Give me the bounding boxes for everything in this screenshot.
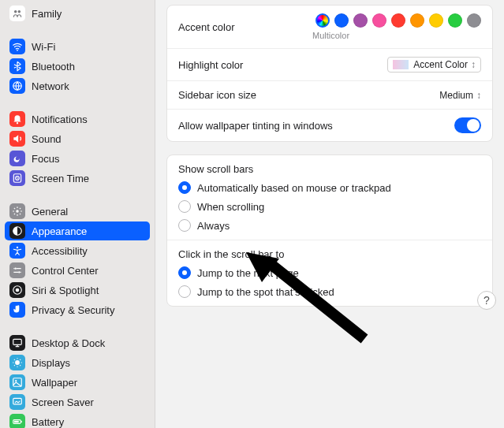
- appearance-icon: [9, 223, 25, 239]
- click-scroll-bar-block: Click in the scroll bar to Jump to the n…: [167, 240, 492, 306]
- sidebar-item-wallpaper[interactable]: Wallpaper: [5, 373, 150, 392]
- svg-point-7: [16, 210, 19, 213]
- sidebar-item-label: Accessibility: [32, 245, 88, 257]
- show-scroll-bars-option-label: Automatically based on mouse or trackpad: [197, 182, 391, 194]
- siri-icon: [9, 282, 25, 298]
- sidebar-item-label: Desktop & Dock: [32, 337, 105, 349]
- help-button[interactable]: ?: [477, 291, 496, 310]
- accent-color-swatches: [315, 13, 481, 28]
- highlight-color-popup[interactable]: Accent Color ↕: [387, 57, 481, 73]
- bell-icon: [9, 111, 25, 127]
- hand-icon: [9, 302, 25, 318]
- accent-swatch[interactable]: [334, 13, 349, 28]
- sidebar-item-bluetooth[interactable]: Bluetooth: [5, 57, 150, 76]
- sidebar-item-general[interactable]: General: [5, 202, 150, 221]
- highlight-color-label: Highlight color: [178, 59, 243, 71]
- sidebar-icon-size-popup[interactable]: Medium↕: [439, 90, 481, 101]
- sidebar-item-label: Appearance: [32, 225, 87, 237]
- accent-swatch[interactable]: [353, 13, 368, 28]
- sidebar-item-label: Battery: [32, 416, 64, 428]
- svg-point-1: [18, 10, 21, 13]
- svg-point-17: [15, 380, 17, 381]
- accent-swatch[interactable]: [315, 13, 330, 28]
- chevron-updown-icon: ↕: [476, 90, 481, 101]
- sound-icon: [9, 131, 25, 147]
- radio-icon: [178, 285, 191, 298]
- accessibility-icon: [9, 243, 25, 259]
- highlight-color-value: Accent Color: [413, 59, 468, 70]
- show-scroll-bars-option[interactable]: Automatically based on mouse or trackpad: [178, 181, 481, 194]
- accent-swatch[interactable]: [391, 13, 405, 28]
- accent-color-caption: Multicolor: [312, 31, 349, 40]
- sidebar-item-label: Displays: [32, 357, 70, 369]
- sidebar-item-privacy[interactable]: Privacy & Security: [5, 300, 150, 319]
- sidebar-item-displays[interactable]: Displays: [5, 353, 150, 372]
- sidebar-item-sound[interactable]: Sound: [5, 129, 150, 148]
- accent-swatch[interactable]: [372, 13, 386, 28]
- sidebar-item-screentime[interactable]: Screen Time: [5, 169, 150, 188]
- svg-point-0: [14, 10, 17, 13]
- click-scroll-bar-option-label: Jump to the spot that's clicked: [197, 286, 334, 298]
- accent-color-row: Accent color Multicolor: [167, 6, 492, 48]
- appearance-pane: Accent color Multicolor Highlight color …: [155, 0, 504, 428]
- sidebar-item-siri[interactable]: Siri & Spotlight: [5, 281, 150, 300]
- sidebar-icon-size-label: Sidebar icon size: [178, 89, 256, 101]
- sidebar-item-desktop[interactable]: Desktop & Dock: [5, 333, 150, 352]
- sidebar-item-label: Notifications: [32, 114, 88, 125]
- appearance-panel-2: Show scroll bars Automatically based on …: [166, 154, 493, 307]
- radio-icon: [178, 200, 191, 213]
- svg-point-13: [16, 288, 20, 292]
- svg-rect-14: [13, 339, 22, 344]
- controlcenter-icon: [9, 262, 25, 278]
- gear-icon: [9, 203, 25, 219]
- appearance-panel-1: Accent color Multicolor Highlight color …: [166, 5, 493, 142]
- show-scroll-bars-option-label: Always: [197, 220, 230, 232]
- sidebar-item-battery[interactable]: Battery: [5, 412, 150, 428]
- click-scroll-bar-radio-group: Jump to the next pageJump to the spot th…: [178, 266, 481, 298]
- sidebar-item-focus[interactable]: Focus: [5, 149, 150, 168]
- sidebar-item-family[interactable]: Family: [5, 4, 150, 23]
- accent-swatch[interactable]: [410, 13, 424, 28]
- click-scroll-bar-title: Click in the scroll bar to: [178, 248, 481, 260]
- show-scroll-bars-title: Show scroll bars: [178, 163, 481, 175]
- svg-point-2: [17, 50, 18, 51]
- sidebar-item-controlcenter[interactable]: Control Center: [5, 261, 150, 280]
- chevron-updown-icon: ↕: [471, 59, 476, 70]
- sidebar-item-network[interactable]: Network: [5, 76, 150, 95]
- sidebar: FamilyWi-FiBluetoothNetworkNotifications…: [0, 0, 155, 428]
- wallpaper-tinting-switch[interactable]: [454, 117, 481, 133]
- show-scroll-bars-option[interactable]: Always: [178, 219, 481, 232]
- sidebar-item-notifications[interactable]: Notifications: [5, 110, 150, 128]
- sidebar-item-label: Siri & Spotlight: [32, 285, 99, 296]
- sidebar-item-wifi[interactable]: Wi-Fi: [5, 37, 150, 56]
- sidebar-item-appearance[interactable]: Appearance: [5, 221, 150, 240]
- highlight-swatch-icon: [393, 60, 409, 69]
- sidebar-item-screensaver[interactable]: Screen Saver: [5, 393, 150, 411]
- svg-point-9: [17, 247, 18, 248]
- show-scroll-bars-radio-group: Automatically based on mouse or trackpad…: [178, 181, 481, 232]
- sidebar-item-label: Control Center: [32, 265, 99, 277]
- click-scroll-bar-option[interactable]: Jump to the next page: [178, 266, 481, 279]
- click-scroll-bar-option[interactable]: Jump to the spot that's clicked: [178, 285, 481, 298]
- accent-swatch[interactable]: [429, 13, 443, 28]
- show-scroll-bars-option[interactable]: When scrolling: [178, 200, 481, 213]
- sidebar-item-label: General: [32, 206, 68, 218]
- sidebar-item-label: Focus: [32, 153, 59, 165]
- sidebar-item-label: Screen Time: [32, 173, 89, 184]
- svg-point-15: [15, 360, 20, 365]
- svg-rect-20: [14, 421, 19, 422]
- sidebar-icon-size-row: Sidebar icon size Medium↕: [167, 80, 492, 109]
- click-scroll-bar-option-label: Jump to the next page: [197, 267, 299, 279]
- radio-icon: [178, 219, 191, 232]
- sidebar-item-label: Sound: [32, 133, 62, 145]
- svg-rect-21: [21, 421, 22, 422]
- accent-swatch[interactable]: [448, 13, 462, 28]
- network-icon: [9, 78, 25, 94]
- wallpaper-tinting-label: Allow wallpaper tinting in windows: [178, 120, 333, 132]
- accent-swatch[interactable]: [467, 13, 481, 28]
- desktop-icon: [9, 335, 25, 351]
- svg-point-10: [15, 268, 17, 270]
- sidebar-item-accessibility[interactable]: Accessibility: [5, 241, 150, 260]
- sidebar-item-label: Privacy & Security: [32, 304, 114, 316]
- highlight-color-row: Highlight color Accent Color ↕: [167, 48, 492, 80]
